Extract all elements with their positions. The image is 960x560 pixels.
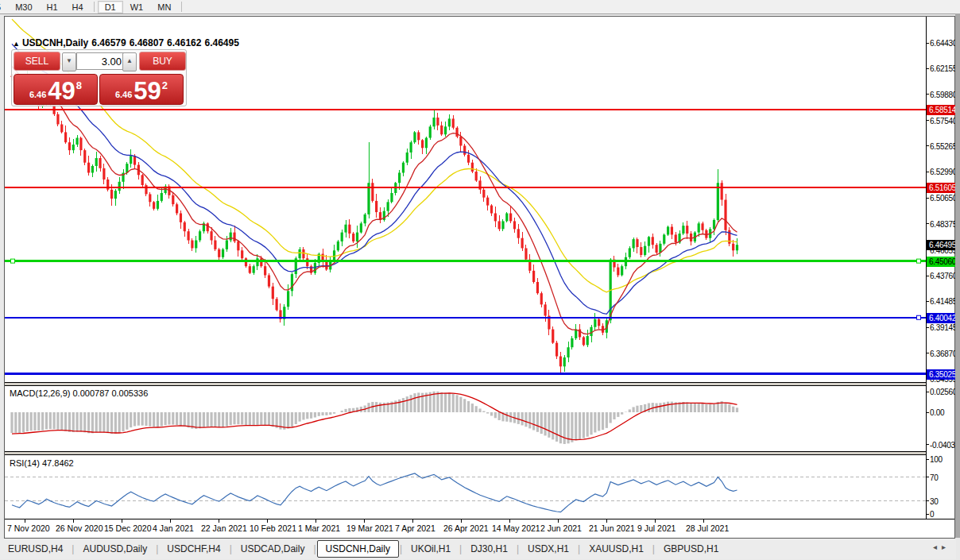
chart-tab-bar: EURUSD,H4|AUDUSD,Daily|USDCHF,H4|USDCAD,… [0, 539, 956, 559]
volume-increase-button[interactable]: ▲ [122, 52, 137, 71]
tab-separator: | [230, 543, 232, 554]
scale-tick-mark [927, 327, 929, 328]
timeframe-button-w1[interactable]: W1 [123, 2, 151, 13]
price-tick: 6.48375 [930, 219, 957, 230]
date-tick-mark [315, 519, 316, 523]
price-tick: 6.43760 [930, 271, 957, 281]
tab-usdchf-h4[interactable]: USDCHF,H4 [159, 541, 228, 557]
date-tick-mark [655, 519, 656, 523]
tab-ukoil-h1[interactable]: UKOil,H1 [403, 541, 459, 557]
scale-tick-mark [927, 514, 929, 515]
tab-separator: | [400, 543, 402, 554]
date-label: 1 Mar 2021 [298, 523, 340, 533]
rsi-value: 47.8462 [42, 458, 74, 468]
tab-usdx-h1[interactable]: USDX,H1 [520, 541, 577, 557]
date-label: 15 Dec 2020 [104, 523, 152, 533]
tab-eurusd-h4[interactable]: EURUSD,H4 [0, 541, 71, 557]
date-label: 10 Feb 2021 [250, 523, 296, 533]
macd-tick: 0.00 [930, 407, 944, 418]
scale-tick-mark [927, 412, 929, 413]
tab-audusd-daily[interactable]: AUDUSD,Daily [75, 541, 155, 557]
price-tick: 6.36870 [930, 349, 957, 359]
tab-separator: | [517, 543, 519, 554]
price-scale[interactable]: 6.644306.621556.598806.575406.552656.529… [927, 17, 954, 519]
rsi-tick: 30 [930, 496, 939, 507]
tab-scroll-arrows[interactable]: ◂▸ [933, 543, 950, 551]
date-label: 21 Jun 2021 [589, 523, 635, 533]
price-tick: 6.55265 [930, 141, 957, 152]
date-tick-mark [606, 519, 607, 523]
date-axis[interactable]: 7 Nov 202026 Nov 202015 Dec 20204 Jan 20… [5, 519, 954, 537]
buy-price-button[interactable]: 6.46 59 2 [99, 74, 184, 105]
chart-title: ▲USDCNH,Daily6.465796.468076.461626.4649… [13, 37, 242, 48]
date-label: 14 May 2021 [492, 523, 540, 533]
rsi-name: RSI(14) [10, 458, 40, 468]
tab-scroll-right-icon[interactable]: ▸ [942, 543, 950, 551]
sell-price-button[interactable]: 6.46 49 8 [14, 74, 98, 105]
date-tick-mark [461, 519, 462, 523]
scale-tick-mark [927, 276, 929, 276]
price-level-label: 6.58514 [927, 105, 958, 115]
tab-separator: | [313, 543, 315, 554]
tab-scroll-left-icon[interactable]: ◂ [933, 543, 942, 551]
scale-tick-mark [927, 94, 929, 95]
timeframe-button-mn[interactable]: MN [150, 2, 178, 13]
price-tick: 6.59880 [930, 90, 957, 100]
macd-values: 0.000787 0.005336 [72, 388, 148, 398]
scale-tick-mark [927, 145, 929, 146]
tab-gbpusd-h1[interactable]: GBPUSD,H1 [656, 541, 726, 557]
date-label: 19 Mar 2021 [346, 523, 393, 533]
timeframe-button-h1[interactable]: H1 [40, 2, 65, 13]
volume-input[interactable] [76, 52, 127, 70]
chart-marker-icon: ▲ [13, 40, 20, 48]
scale-tick-mark [927, 459, 929, 460]
rsi-tick: 70 [930, 473, 939, 483]
volume-decrease-button[interactable]: ▼ [62, 52, 76, 71]
timeframe-toolbar: 5M30H1H4D1W1MN [0, 0, 960, 14]
sell-button[interactable]: SELL [14, 52, 60, 71]
sell-price-prefix: 6.46 [29, 90, 46, 99]
quote-high: 6.46807 [130, 37, 164, 48]
price-tick: 6.52990 [930, 167, 957, 177]
toolbar-separator [94, 2, 95, 12]
rsi-label: RSI(14) 47.8462 [10, 458, 74, 468]
date-tick-mark [412, 519, 413, 523]
window-edge [955, 14, 960, 538]
chart-symbol-label: USDCNH,Daily [22, 37, 88, 48]
date-label: 4 Jan 2021 [153, 523, 194, 533]
price-tick: 6.62155 [930, 64, 957, 74]
date-label: 22 Jan 2021 [201, 523, 247, 533]
date-label: 7 Apr 2021 [395, 523, 435, 533]
toolbar-separator [181, 2, 182, 12]
date-tick-mark [170, 519, 171, 523]
buy-price-sup: 2 [162, 79, 168, 91]
quote-open: 6.46579 [91, 37, 126, 48]
timeframe-button-5[interactable]: 5 [0, 2, 8, 13]
tab-usdcad-daily[interactable]: USDCAD,Daily [233, 541, 313, 557]
scale-tick-mark [927, 353, 929, 353]
date-tick-mark [73, 519, 74, 523]
tab-separator: | [459, 543, 462, 554]
price-tick: 6.57540 [930, 116, 957, 126]
price-tick: 6.41485 [930, 296, 957, 307]
scale-tick-mark [927, 43, 929, 44]
tab-dj30-h1[interactable]: DJ30,H1 [463, 541, 516, 557]
tab-usdcnh-daily[interactable]: USDCNH,Daily [317, 540, 399, 558]
timeframe-button-d1[interactable]: D1 [98, 1, 123, 14]
date-label: 26 Nov 2020 [56, 523, 103, 533]
price-tick: 6.39145 [930, 322, 957, 333]
date-tick-mark [558, 519, 559, 523]
buy-button[interactable]: BUY [139, 52, 186, 71]
scale-tick-mark [927, 223, 929, 224]
date-tick-mark [122, 519, 122, 523]
timeframe-button-m30[interactable]: M30 [8, 2, 39, 13]
date-label: 9 Jul 2021 [637, 523, 675, 533]
rsi-canvas[interactable] [5, 455, 926, 519]
quote-low: 6.46162 [167, 37, 201, 48]
scale-tick-mark [927, 120, 929, 121]
sell-price-big: 49 [48, 78, 75, 104]
price-level-label: 6.35025 [927, 369, 958, 380]
scale-tick-mark [927, 392, 929, 392]
timeframe-button-h4[interactable]: H4 [65, 2, 91, 13]
tab-xauusd-h1[interactable]: XAUUSD,H1 [581, 541, 652, 557]
